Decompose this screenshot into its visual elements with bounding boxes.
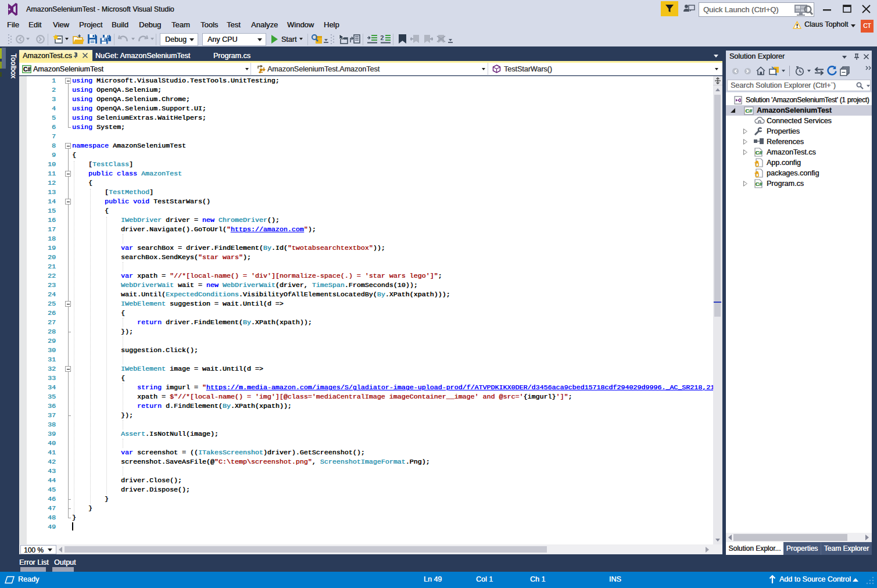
svg-text:C#: C# — [23, 66, 31, 73]
svg-text:C#: C# — [756, 149, 763, 156]
svg-text:C#: C# — [756, 181, 763, 187]
svg-text:C#: C# — [745, 107, 753, 114]
svg-text:2: 2 — [381, 35, 384, 41]
